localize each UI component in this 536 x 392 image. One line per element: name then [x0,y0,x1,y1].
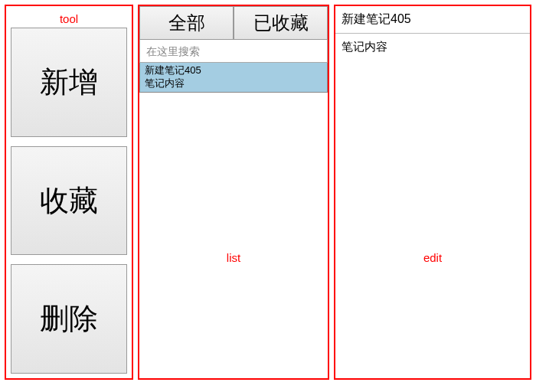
tab-favorited[interactable]: 已收藏 [234,6,328,40]
delete-button[interactable]: 删除 [11,264,127,374]
search-input[interactable] [139,40,328,63]
tool-panel-label: tool [6,12,132,25]
list-item[interactable]: 新建笔记405 笔记内容 [139,63,328,93]
list-panel-label: list [139,251,328,264]
edit-panel-label: edit [335,251,530,264]
favorite-button[interactable]: 收藏 [11,146,127,256]
note-list: 新建笔记405 笔记内容 [139,63,328,378]
list-item-title: 新建笔记405 [145,64,322,77]
note-body-textarea[interactable] [335,34,530,378]
edit-panel: edit [334,5,531,380]
add-button[interactable]: 新增 [11,28,127,137]
list-item-body: 笔记内容 [145,77,322,90]
tool-panel: tool 新增 收藏 删除 [5,5,133,380]
tab-row: 全部 已收藏 [139,6,328,40]
note-title-input[interactable] [335,6,530,34]
list-panel: 全部 已收藏 新建笔记405 笔记内容 list [138,5,329,380]
tab-all[interactable]: 全部 [139,6,234,40]
